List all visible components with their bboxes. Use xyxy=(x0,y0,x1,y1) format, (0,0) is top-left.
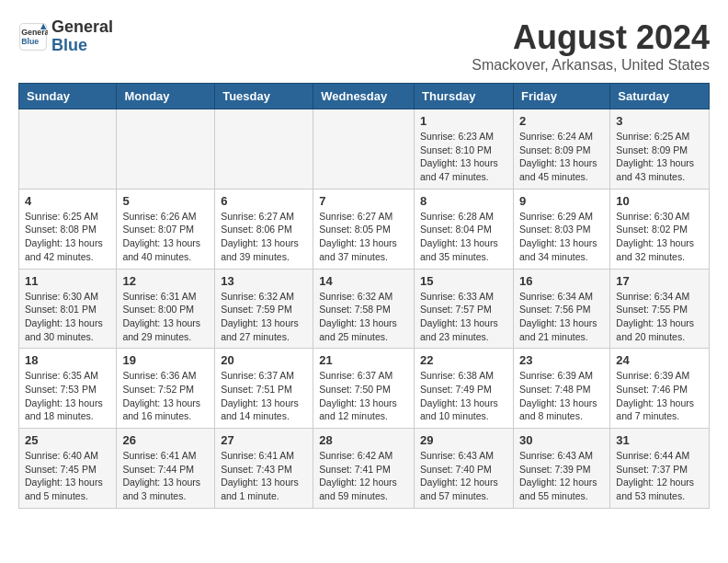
day-cell: 2Sunrise: 6:24 AM Sunset: 8:09 PM Daylig… xyxy=(513,109,609,190)
day-number: 2 xyxy=(519,114,604,128)
day-info: Sunrise: 6:25 AM Sunset: 8:09 PM Dayligh… xyxy=(616,130,703,184)
day-cell: 12Sunrise: 6:31 AM Sunset: 8:00 PM Dayli… xyxy=(117,269,215,349)
day-info: Sunrise: 6:41 AM Sunset: 7:43 PM Dayligh… xyxy=(221,449,307,503)
day-info: Sunrise: 6:37 AM Sunset: 7:51 PM Dayligh… xyxy=(221,369,307,423)
day-number: 7 xyxy=(319,194,408,208)
day-number: 16 xyxy=(519,274,604,288)
day-cell: 5Sunrise: 6:26 AM Sunset: 8:07 PM Daylig… xyxy=(117,189,215,269)
day-cell: 27Sunrise: 6:41 AM Sunset: 7:43 PM Dayli… xyxy=(215,429,313,509)
day-cell xyxy=(215,109,313,190)
day-cell: 19Sunrise: 6:36 AM Sunset: 7:52 PM Dayli… xyxy=(117,349,215,429)
day-number: 27 xyxy=(221,433,307,447)
day-cell: 30Sunrise: 6:43 AM Sunset: 7:39 PM Dayli… xyxy=(513,429,609,509)
day-cell xyxy=(19,109,117,190)
day-info: Sunrise: 6:35 AM Sunset: 7:53 PM Dayligh… xyxy=(25,369,110,423)
day-cell: 28Sunrise: 6:42 AM Sunset: 7:41 PM Dayli… xyxy=(313,429,415,509)
week-row-2: 4Sunrise: 6:25 AM Sunset: 8:08 PM Daylig… xyxy=(19,189,710,269)
day-info: Sunrise: 6:32 AM Sunset: 7:59 PM Dayligh… xyxy=(221,290,307,344)
day-info: Sunrise: 6:34 AM Sunset: 7:55 PM Dayligh… xyxy=(616,290,703,344)
week-row-1: 1Sunrise: 6:23 AM Sunset: 8:10 PM Daylig… xyxy=(19,109,710,190)
page-header: General Blue General Blue August 2024 Sm… xyxy=(18,18,710,74)
day-number: 31 xyxy=(616,433,703,447)
header-thursday: Thursday xyxy=(415,84,514,109)
day-number: 3 xyxy=(616,114,703,128)
day-cell: 4Sunrise: 6:25 AM Sunset: 8:08 PM Daylig… xyxy=(19,189,117,269)
day-info: Sunrise: 6:37 AM Sunset: 7:50 PM Dayligh… xyxy=(319,369,408,423)
day-info: Sunrise: 6:43 AM Sunset: 7:40 PM Dayligh… xyxy=(420,449,507,503)
calendar-table: SundayMondayTuesdayWednesdayThursdayFrid… xyxy=(18,83,710,509)
header-row: SundayMondayTuesdayWednesdayThursdayFrid… xyxy=(19,84,710,109)
day-cell: 13Sunrise: 6:32 AM Sunset: 7:59 PM Dayli… xyxy=(215,269,313,349)
header-tuesday: Tuesday xyxy=(215,84,313,109)
day-info: Sunrise: 6:43 AM Sunset: 7:39 PM Dayligh… xyxy=(519,449,604,503)
day-cell: 31Sunrise: 6:44 AM Sunset: 7:37 PM Dayli… xyxy=(610,429,710,509)
day-info: Sunrise: 6:39 AM Sunset: 7:46 PM Dayligh… xyxy=(616,369,703,423)
day-cell: 21Sunrise: 6:37 AM Sunset: 7:50 PM Dayli… xyxy=(313,349,415,429)
day-info: Sunrise: 6:41 AM Sunset: 7:44 PM Dayligh… xyxy=(122,449,209,503)
logo: General Blue General Blue xyxy=(18,18,113,55)
day-number: 24 xyxy=(616,353,703,367)
day-number: 9 xyxy=(519,194,604,208)
day-info: Sunrise: 6:26 AM Sunset: 8:07 PM Dayligh… xyxy=(122,210,209,264)
day-number: 20 xyxy=(221,353,307,367)
day-number: 17 xyxy=(616,274,703,288)
day-number: 15 xyxy=(420,274,507,288)
title-section: August 2024 Smackover, Arkansas, United … xyxy=(472,18,710,74)
day-number: 23 xyxy=(519,353,604,367)
header-saturday: Saturday xyxy=(610,84,710,109)
day-cell: 11Sunrise: 6:30 AM Sunset: 8:01 PM Dayli… xyxy=(19,269,117,349)
day-number: 11 xyxy=(25,274,110,288)
day-info: Sunrise: 6:34 AM Sunset: 7:56 PM Dayligh… xyxy=(519,290,604,344)
day-info: Sunrise: 6:29 AM Sunset: 8:03 PM Dayligh… xyxy=(519,210,604,264)
day-info: Sunrise: 6:36 AM Sunset: 7:52 PM Dayligh… xyxy=(122,369,209,423)
week-row-4: 18Sunrise: 6:35 AM Sunset: 7:53 PM Dayli… xyxy=(19,349,710,429)
day-info: Sunrise: 6:40 AM Sunset: 7:45 PM Dayligh… xyxy=(25,449,110,503)
header-wednesday: Wednesday xyxy=(313,84,415,109)
day-cell: 1Sunrise: 6:23 AM Sunset: 8:10 PM Daylig… xyxy=(415,109,514,190)
day-number: 19 xyxy=(122,353,209,367)
day-number: 29 xyxy=(420,433,507,447)
day-info: Sunrise: 6:31 AM Sunset: 8:00 PM Dayligh… xyxy=(122,290,209,344)
day-number: 25 xyxy=(25,433,110,447)
day-number: 26 xyxy=(122,433,209,447)
day-cell xyxy=(117,109,215,190)
logo-blue-text: Blue xyxy=(51,37,113,55)
month-title: August 2024 xyxy=(472,18,710,57)
day-cell: 25Sunrise: 6:40 AM Sunset: 7:45 PM Dayli… xyxy=(19,429,117,509)
day-cell: 9Sunrise: 6:29 AM Sunset: 8:03 PM Daylig… xyxy=(513,189,609,269)
day-cell: 24Sunrise: 6:39 AM Sunset: 7:46 PM Dayli… xyxy=(610,349,710,429)
day-number: 1 xyxy=(420,114,507,128)
day-cell: 15Sunrise: 6:33 AM Sunset: 7:57 PM Dayli… xyxy=(415,269,514,349)
logo-text: General Blue xyxy=(51,18,113,55)
day-cell: 17Sunrise: 6:34 AM Sunset: 7:55 PM Dayli… xyxy=(610,269,710,349)
day-number: 21 xyxy=(319,353,408,367)
week-row-3: 11Sunrise: 6:30 AM Sunset: 8:01 PM Dayli… xyxy=(19,269,710,349)
day-cell: 20Sunrise: 6:37 AM Sunset: 7:51 PM Dayli… xyxy=(215,349,313,429)
day-cell: 22Sunrise: 6:38 AM Sunset: 7:49 PM Dayli… xyxy=(415,349,514,429)
day-info: Sunrise: 6:33 AM Sunset: 7:57 PM Dayligh… xyxy=(420,290,507,344)
day-cell xyxy=(313,109,415,190)
day-number: 30 xyxy=(519,433,604,447)
day-info: Sunrise: 6:39 AM Sunset: 7:48 PM Dayligh… xyxy=(519,369,604,423)
day-info: Sunrise: 6:44 AM Sunset: 7:37 PM Dayligh… xyxy=(616,449,703,503)
day-cell: 14Sunrise: 6:32 AM Sunset: 7:58 PM Dayli… xyxy=(313,269,415,349)
day-number: 14 xyxy=(319,274,408,288)
day-info: Sunrise: 6:25 AM Sunset: 8:08 PM Dayligh… xyxy=(25,210,110,264)
day-info: Sunrise: 6:32 AM Sunset: 7:58 PM Dayligh… xyxy=(319,290,408,344)
location-title: Smackover, Arkansas, United States xyxy=(472,57,710,74)
day-info: Sunrise: 6:27 AM Sunset: 8:06 PM Dayligh… xyxy=(221,210,307,264)
day-number: 22 xyxy=(420,353,507,367)
day-info: Sunrise: 6:42 AM Sunset: 7:41 PM Dayligh… xyxy=(319,449,408,503)
day-number: 12 xyxy=(122,274,209,288)
calendar-header: SundayMondayTuesdayWednesdayThursdayFrid… xyxy=(19,84,710,109)
header-monday: Monday xyxy=(117,84,215,109)
week-row-5: 25Sunrise: 6:40 AM Sunset: 7:45 PM Dayli… xyxy=(19,429,710,509)
day-info: Sunrise: 6:38 AM Sunset: 7:49 PM Dayligh… xyxy=(420,369,507,423)
svg-text:Blue: Blue xyxy=(21,37,39,46)
logo-general-text: General xyxy=(51,18,113,37)
day-cell: 26Sunrise: 6:41 AM Sunset: 7:44 PM Dayli… xyxy=(117,429,215,509)
day-number: 13 xyxy=(221,274,307,288)
day-info: Sunrise: 6:30 AM Sunset: 8:01 PM Dayligh… xyxy=(25,290,110,344)
day-number: 8 xyxy=(420,194,507,208)
day-cell: 3Sunrise: 6:25 AM Sunset: 8:09 PM Daylig… xyxy=(610,109,710,190)
